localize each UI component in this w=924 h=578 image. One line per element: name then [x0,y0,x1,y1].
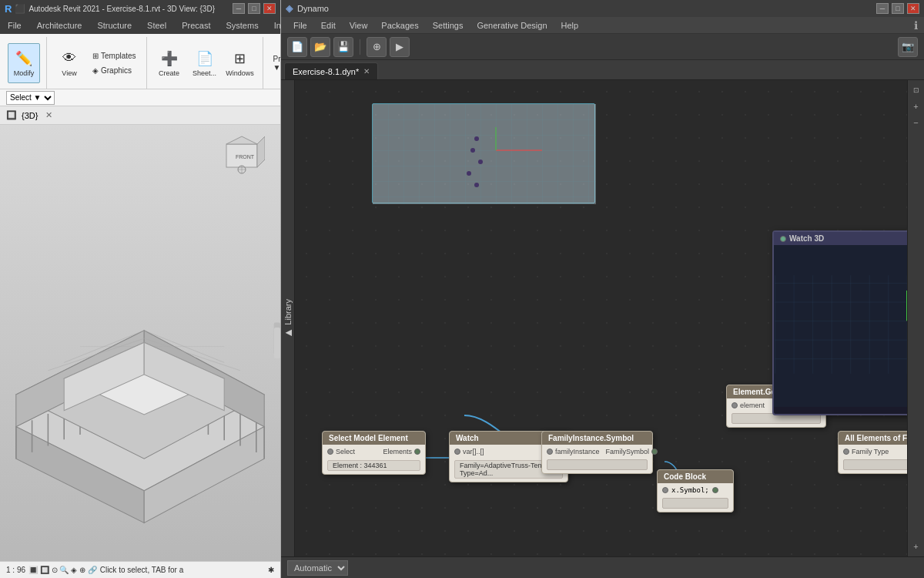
port-family-instance-in: familyInstance [547,448,600,455]
revit-tab-architecture[interactable]: Architecture [29,17,90,34]
revit-tab-systems[interactable]: Systems [218,17,266,34]
revit-close-btn[interactable]: ✕ [263,3,276,14]
zoom-in-btn[interactable]: + [909,99,923,113]
ribbon-group-modify: ✏️ Modify [2,37,47,89]
revit-tab-bar: File Architecture Structure Steel Precas… [0,17,280,34]
view-button[interactable]: 👁 View [53,43,85,83]
node-code-block[interactable]: Code Block x.Symbol; [657,469,734,512]
dynamo-info-icon[interactable]: ℹ [914,19,918,32]
windows-icon: ⊞ [231,49,249,68]
graphics-button[interactable]: ◈ Graphics [89,64,140,77]
dynamo-library-tab[interactable]: ▶ Library [281,80,295,556]
save-file-btn[interactable]: 💾 [333,37,353,57]
revit-tab-precast[interactable]: Precast [174,17,218,34]
port-family-symbol-out: FamilySymbol [606,448,658,455]
revit-select-bar: Select ▼ [0,89,280,106]
dynamo-close-btn[interactable]: ✕ [907,3,919,14]
ribbon-group-create: ➕ Create 📄 Sheet... ⊞ Windows [147,37,263,89]
svg-rect-50 [775,275,907,374]
open-file-btn[interactable]: 📂 [310,37,330,57]
port-code-out-dot [712,487,718,493]
revit-status-message: Click to select, TAB for a [100,566,265,574]
dynamo-title-text: Dynamo [297,4,329,13]
zoom-out-btn[interactable]: − [909,116,923,129]
port-elements-dot [414,449,420,455]
menu-edit[interactable]: Edit [315,19,342,32]
run-mode-select[interactable]: Automatic Manual Periodic [287,560,348,576]
revit-app-icon: R [5,3,12,15]
node-all-elements[interactable]: All Elements of Family Type Family Type … [838,431,907,474]
node-select-model-element[interactable]: Select Model Element Select Elements [322,431,426,475]
3d-scroll-handle[interactable] [274,328,280,358]
menu-help[interactable]: Help [555,19,585,32]
dynamo-canvas[interactable]: Select Model Element Select Elements [295,80,907,556]
node-code-block-body: x.Symbol; [658,483,733,512]
dynamo-maximize-btn[interactable]: □ [892,3,904,14]
dynamo-titlebar: ◈ Dynamo ─ □ ✕ [281,0,924,17]
revit-restore-btn[interactable]: □ [248,3,260,14]
menu-settings[interactable]: Settings [427,19,470,32]
sheet-icon: 📄 [196,49,214,68]
revit-3d-viewport: FRONT [0,125,280,561]
port-fi-in-dot [547,449,553,455]
node-watch-3d[interactable]: Watch 3D ▶ [772,230,907,415]
templates-button[interactable]: ⊞ Templates [89,49,140,62]
sheet-button[interactable]: 📄 Sheet... [189,43,221,83]
ae-value-bar [843,459,907,470]
revit-tab-file[interactable]: File [0,17,29,34]
watch3d-viewport [774,245,907,407]
3d-view-close[interactable]: ✕ [45,110,52,120]
node-family-instance-symbol[interactable]: FamilyInstance.Symbol familyInstance Fam… [541,431,653,474]
revit-tab-steel[interactable]: Steel [139,17,174,34]
zoom-fit-btn[interactable]: ⊕ [367,37,387,57]
port-select: Select [327,448,355,455]
dynamo-tab-bar: Exercise-8.1.dyn* ✕ [281,60,924,80]
port-watch3d-in-dot [780,236,786,242]
dynamo-tab-exercise[interactable]: Exercise-8.1.dyn* ✕ [284,62,378,79]
select-dropdown[interactable]: Select ▼ [6,91,55,105]
port-code-in-dot [662,487,668,493]
revit-tab-structure[interactable]: Structure [89,17,139,34]
create-icon: ➕ [160,49,179,68]
port-select-dot [327,449,333,455]
add-note-btn[interactable]: + [909,539,923,553]
dynamo-logo-icon: ◈ [286,3,293,14]
dynamo-tab-filename: Exercise-8.1.dyn* [293,67,359,76]
revit-minimize-btn[interactable]: ─ [233,3,245,14]
node-select-model-body: Select Elements [323,445,425,459]
node-family-instance-title: FamilyInstance.Symbol [542,432,652,445]
menu-file[interactable]: File [287,19,313,32]
create-button[interactable]: ➕ Create [153,43,186,83]
port-ft-in-dot [843,449,849,455]
run-btn[interactable]: ▶ [390,37,410,57]
3d-view-icon: 🔲 [6,110,17,120]
dynamo-tab-close-btn[interactable]: ✕ [363,67,370,76]
port-watch1-in-dot [454,449,460,455]
svg-point-46 [474,183,479,187]
zoom-in-region-btn[interactable]: ⊡ [909,83,923,97]
port-watch1-in: var[]..[] [454,448,484,455]
templates-icon: ⊞ [92,52,99,60]
code-value-bar [662,498,728,509]
node-watch3d-title: Watch 3D ▶ [774,232,907,245]
dynamo-minimize-btn[interactable]: ─ [876,3,889,14]
port-family-type-in: Family Type [843,448,889,455]
modify-icon: ✏️ [15,49,33,68]
screenshot-btn[interactable]: 📷 [898,37,918,57]
ribbon-group-view: 👁 View ⊞ Templates ◈ Graphics [47,37,147,89]
dynamo-toolbar: 📄 📂 💾 ⊕ ▶ 📷 [281,34,924,60]
windows-button[interactable]: ⊞ Windows [224,43,256,83]
menu-generative-design[interactable]: Generative Design [470,19,553,32]
menu-view[interactable]: View [343,19,374,32]
revit-titlebar: R ⬛ Autodesk Revit 2021 - Exercise-8.1.r… [0,0,280,17]
revit-scale: 1 : 96 [6,566,25,574]
revit-ribbon-content: ✏️ Modify 👁 View ⊞ Templates ◈ [0,34,280,89]
svg-marker-1 [226,136,257,144]
svg-point-42 [474,136,479,141]
dynamo-menubar: File Edit View Packages Settings Generat… [281,17,924,34]
new-file-btn[interactable]: 📄 [287,37,307,57]
dynamo-3d-bg-view [372,103,595,203]
modify-button[interactable]: ✏️ Modify [8,43,40,83]
menu-packages[interactable]: Packages [375,19,424,32]
revit-status-icons: 🔳 🔲 ⊙ 🔍 ◈ ⊕ 🔗 [28,566,97,574]
